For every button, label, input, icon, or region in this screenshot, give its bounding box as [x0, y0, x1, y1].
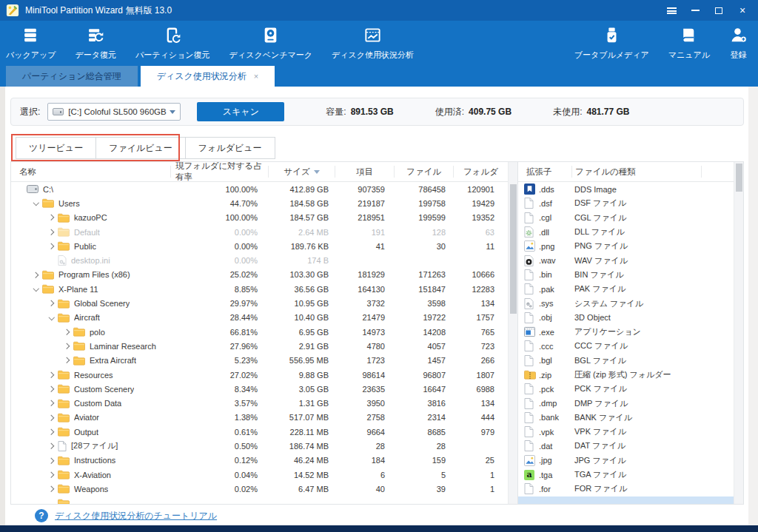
maximize-icon[interactable]: [709, 3, 728, 18]
extension-row[interactable]: .dmpDMP ファイル: [518, 396, 734, 410]
toolbar-item-register[interactable]: 登録: [729, 26, 748, 61]
extension-row[interactable]: .bankBANK ファイル: [518, 411, 734, 425]
extension-row[interactable]: .forFOR ファイル: [518, 482, 734, 496]
extension-row[interactable]: .pngPNG ファイル: [518, 239, 734, 253]
col-header-percent[interactable]: 現フォルダに対する占有率: [170, 166, 268, 178]
tree-row[interactable]: Global Scenery29.97%10.95 GB37323598134: [11, 296, 508, 310]
toolbar-item-disk-benchmark[interactable]: ディスクベンチマーク: [229, 26, 312, 61]
extension-row[interactable]: .wavWAV ファイル: [518, 253, 734, 267]
extension-row[interactable]: .dsfDSF ファイル: [518, 196, 734, 210]
tree-row[interactable]: Weapons0.02%6.47 MB40391: [11, 482, 508, 496]
toolbar-item-partition-recovery[interactable]: パーティション復元: [135, 26, 210, 61]
col-header-items[interactable]: 項目: [335, 166, 394, 178]
extension-row[interactable]: .zip圧縮 (zip 形式) フォルダー: [518, 368, 734, 382]
tree-row[interactable]: C:\100.00%412.89 GB907359786458120901: [11, 182, 508, 196]
toolbar-item-space-analyzer[interactable]: ディスク使用状況分析: [332, 26, 414, 61]
chevron-right-icon[interactable]: [46, 455, 58, 465]
toolbar-item-backup[interactable]: バックアップ: [6, 26, 56, 61]
ext-scrollbar-thumb[interactable]: [736, 164, 742, 192]
col-header-extension[interactable]: 拡張子: [518, 166, 571, 178]
tree-row[interactable]: Output0.61%228.11 MB96648685979: [11, 425, 508, 439]
tree-row[interactable]: X-Aviation0.04%14.52 MB651: [11, 468, 508, 482]
tree-row[interactable]: X-Plane 118.85%36.56 GB16413015184712283: [11, 282, 508, 296]
extension-row[interactable]: .exeアプリケーション: [518, 325, 734, 339]
tree-row[interactable]: Resources27.02%9.88 GB98614968071807: [11, 368, 508, 382]
extension-row[interactable]: .vpkVPK ファイル: [518, 425, 734, 439]
tree-row[interactable]: Custom Data3.57%1.31 GB39503816134: [11, 396, 508, 410]
extension-row[interactable]: .binBIN ファイル: [518, 268, 734, 282]
col-header-folders[interactable]: フォルダ: [453, 166, 508, 178]
extension-row[interactable]: .sysシステム ファイル: [518, 296, 734, 310]
toolbar-item-bootable-media[interactable]: ブータブルメディア: [574, 26, 649, 61]
chevron-right-icon[interactable]: [46, 384, 58, 394]
chevron-right-icon[interactable]: [46, 398, 58, 408]
chevron-right-icon[interactable]: [46, 470, 58, 480]
extension-row[interactable]: a.tgaTGA ファイル: [518, 468, 734, 482]
chevron-right-icon[interactable]: [46, 212, 58, 223]
extension-row[interactable]: .jpgJPG ファイル: [518, 454, 734, 468]
chevron-right-icon[interactable]: [46, 441, 58, 451]
tree-row[interactable]: polo66.81%6.95 GB1497314208765: [11, 325, 508, 339]
chevron-right-icon[interactable]: [46, 370, 58, 380]
tree-row[interactable]: Aviator1.38%517.07 MB27582314444: [11, 411, 508, 425]
chevron-down-icon[interactable]: [46, 312, 58, 323]
tutorial-link[interactable]: ディスク使用状況分析のチュートリアル: [55, 510, 217, 522]
toolbar-item-manual[interactable]: マニュアル: [668, 26, 710, 61]
tab-partition-management[interactable]: パーティション総合管理: [6, 66, 138, 87]
help-icon[interactable]: ?: [35, 509, 48, 522]
menu-icon[interactable]: [662, 3, 681, 18]
chevron-right-icon[interactable]: [46, 412, 58, 422]
toolbar-item-data-recovery[interactable]: データ復元: [76, 26, 117, 61]
close-icon[interactable]: ×: [733, 3, 752, 18]
tab-disk-usage-analysis[interactable]: ディスク使用状況分析 ×: [141, 66, 275, 87]
tab-close-icon[interactable]: ×: [254, 72, 258, 81]
tree-row[interactable]: [28ファイル]0.50%186.74 MB2828: [11, 439, 508, 453]
extension-row[interactable]: [518, 496, 734, 504]
tree-row[interactable]: Laminar Research27.96%2.91 GB47804057723: [11, 339, 508, 353]
tree-row[interactable]: [11, 496, 508, 504]
chevron-down-icon[interactable]: [30, 198, 42, 209]
chevron-right-icon[interactable]: [61, 341, 73, 351]
extension-row[interactable]: .cglCGL ファイル: [518, 211, 734, 225]
col-header-filetype[interactable]: ファイルの種類: [571, 166, 701, 178]
extension-row[interactable]: .bglBGL ファイル: [518, 354, 734, 368]
extension-row[interactable]: .datDAT ファイル: [518, 439, 734, 453]
drive-select-dropdown[interactable]: [C:] Coloful SL500 960GB: [47, 103, 181, 121]
extension-row[interactable]: .pckPCK ファイル: [518, 382, 734, 396]
extension-row[interactable]: .ddsDDS Image: [518, 182, 734, 196]
tree-row[interactable]: Default0.00%2.64 MB19112863: [11, 225, 508, 239]
extension-row[interactable]: .obj3D Object: [518, 311, 734, 325]
chevron-right-icon[interactable]: [46, 227, 58, 238]
tree-row[interactable]: kazuoPC100.00%184.57 GB21895119959919352: [11, 211, 508, 225]
chevron-down-icon[interactable]: [30, 284, 42, 294]
chevron-right-icon[interactable]: [61, 327, 73, 337]
chevron-right-icon[interactable]: [61, 355, 73, 366]
tree-scrollbar-thumb[interactable]: [510, 184, 517, 314]
col-header-size[interactable]: サイズ: [268, 166, 335, 178]
extension-row[interactable]: .cccCCC ファイル: [518, 339, 734, 353]
tab-file-view[interactable]: ファイルビュー: [95, 137, 186, 159]
tree-scrollbar[interactable]: [508, 162, 517, 504]
tree-row[interactable]: Users44.70%184.58 GB21918719975819429: [11, 196, 508, 210]
chevron-right-icon[interactable]: [46, 484, 58, 494]
minimize-icon[interactable]: [685, 3, 705, 18]
extension-row[interactable]: .pakPAK ファイル: [518, 282, 734, 296]
tab-folder-view[interactable]: フォルダビュー: [185, 137, 275, 159]
tree-row[interactable]: Custom Scenery8.34%3.05 GB23635166476988: [11, 382, 508, 396]
tree-row[interactable]: Public0.00%189.76 KB413011: [11, 239, 508, 253]
chevron-right-icon[interactable]: [46, 298, 58, 309]
tree-row[interactable]: Program Files (x86)25.02%103.30 GB181929…: [11, 268, 508, 282]
tree-row[interactable]: Extra Aircraft5.23%556.95 MB17231457266: [11, 354, 508, 368]
scan-button[interactable]: スキャン: [197, 102, 284, 121]
col-header-name[interactable]: 名称: [11, 166, 170, 178]
chevron-right-icon[interactable]: [46, 241, 58, 252]
ext-scrollbar[interactable]: [734, 162, 743, 504]
tree-row[interactable]: Instructions0.12%46.24 MB18415925: [11, 454, 508, 468]
tree-row[interactable]: Aircraft28.44%10.40 GB21479197221757: [11, 311, 508, 325]
chevron-right-icon[interactable]: [46, 427, 58, 437]
col-header-files[interactable]: ファイル: [394, 166, 453, 178]
extension-row[interactable]: .dllDLL ファイル: [518, 225, 734, 239]
tree-row[interactable]: desktop.ini0.00%174 B: [11, 253, 508, 267]
chevron-right-icon[interactable]: [30, 269, 42, 280]
tab-tree-view[interactable]: ツリービュー: [16, 137, 96, 159]
